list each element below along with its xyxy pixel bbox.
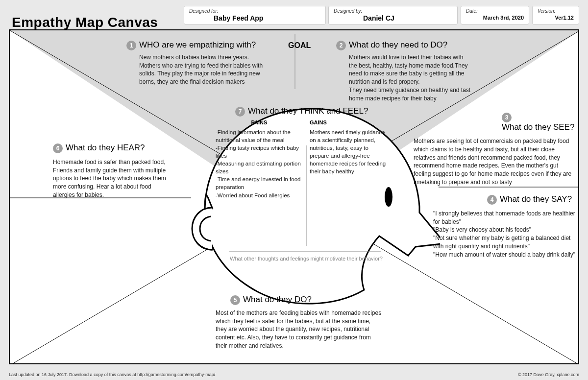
section-title: What do they DO? <box>243 295 312 304</box>
meta-label: Designed by: <box>334 8 452 14</box>
page-title: Empathy Map Canvas <box>12 15 158 30</box>
section-hear: 6What do they HEAR? Homemade food is saf… <box>53 143 190 199</box>
goal-label: GOAL <box>288 41 311 50</box>
badge-1: 1 <box>126 41 136 50</box>
empathy-canvas: GOAL 1WHO are we empathizing with? New m… <box>9 29 579 364</box>
section-title: What do they HEAR? <box>66 143 145 152</box>
gains-body: Mothers need timely guidance on a scient… <box>310 128 387 176</box>
section-body: "I strongly believes that homemade foods… <box>433 210 575 259</box>
footer-right: © 2017 Dave Gray, xplane.com <box>518 372 579 377</box>
section-think-feel: 7What do they THINK and FEEL? PAINS -Fin… <box>216 106 387 199</box>
section-who: 1WHO are we empathizing with? New mother… <box>126 40 278 86</box>
section-title: What do they need to DO? <box>349 40 447 49</box>
section-title: What do they THINK and FEEL? <box>248 106 368 116</box>
gains-label: GAINS <box>310 119 387 125</box>
meta-value: Baby Feed App <box>214 14 263 22</box>
prompt-text: What other thoughts and feelings might m… <box>225 256 387 261</box>
meta-label: Version: <box>538 8 574 14</box>
section-body: Homemade food is safer than packed food,… <box>53 158 171 199</box>
section-do: 5What do they DO? Most of the mothers ar… <box>206 295 402 350</box>
section-title: What do they SAY? <box>500 194 572 204</box>
badge-6: 6 <box>53 143 63 153</box>
section-body: Mothers are seeing lot of commercials on… <box>414 137 575 187</box>
pains-body: -Finding information about the nutrition… <box>216 128 303 199</box>
meta-date: Date: March 3rd, 2020 <box>461 6 529 24</box>
meta-value: March 3rd, 2020 <box>466 14 524 22</box>
meta-value: Daniel CJ <box>363 14 394 22</box>
section-see: 3What do they SEE? Mothers are seeing lo… <box>414 113 575 187</box>
badge-4: 4 <box>487 195 497 205</box>
section-say: 4What do they SAY? "I strongly believes … <box>433 194 575 259</box>
badge-3: 3 <box>502 113 512 122</box>
meta-designed-for: Designed for: Baby Feed App <box>184 6 326 24</box>
section-body: Most of the mothers are feeding babies w… <box>216 309 382 350</box>
meta-designed-by: Designed by: Daniel CJ <box>328 6 458 24</box>
meta-label: Designed for: <box>189 8 320 14</box>
badge-2: 2 <box>336 41 346 50</box>
footer: Last updated on 16 July 2017. Download a… <box>9 372 579 377</box>
badge-7: 7 <box>235 107 245 117</box>
meta-version: Version: Ver1.12 <box>532 6 579 24</box>
section-title: What do they SEE? <box>502 122 574 132</box>
footer-left: Last updated on 16 July 2017. Download a… <box>9 372 215 377</box>
meta-value: Ver1.12 <box>538 14 574 22</box>
section-do-need: 2What do they need to DO? Mothers would … <box>336 40 483 103</box>
section-body: New mothers of babies below three years.… <box>139 53 267 86</box>
pains-label: PAINS <box>216 119 303 125</box>
badge-5: 5 <box>230 295 240 305</box>
header: Empathy Map Canvas Designed for: Baby Fe… <box>0 0 588 27</box>
section-body: Mothers would love to feed their babies … <box>349 53 471 103</box>
meta-label: Date: <box>466 8 524 14</box>
section-title: WHO are we empathizing with? <box>139 40 256 49</box>
